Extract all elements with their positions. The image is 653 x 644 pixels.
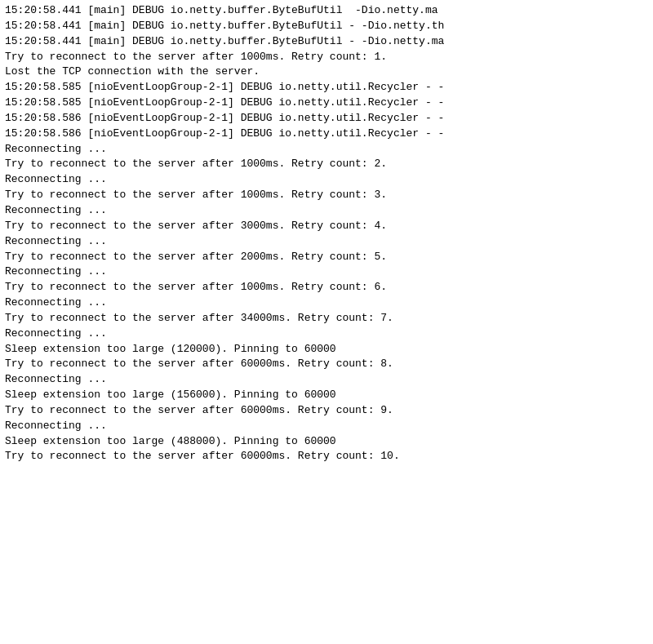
log-line: 15:20:58.441 [main] DEBUG io.netty.buffe… [5, 3, 648, 19]
log-line: Try to reconnect to the server after 100… [5, 280, 648, 295]
log-line: Sleep extension too large (156000). Pinn… [5, 388, 648, 403]
log-line: Reconnecting ... [5, 142, 648, 158]
log-line: 15:20:58.585 [nioEventLoopGroup-2-1] DEB… [5, 80, 648, 95]
log-line: Reconnecting ... [5, 234, 648, 250]
log-line: Try to reconnect to the server after 600… [5, 403, 648, 419]
log-line: 15:20:58.441 [main] DEBUG io.netty.buffe… [5, 19, 648, 34]
log-output: 15:20:58.441 [main] DEBUG io.netty.buffe… [0, 0, 653, 468]
log-line: Sleep extension too large (120000). Pinn… [5, 342, 648, 358]
log-line: Reconnecting ... [5, 203, 648, 219]
log-line: Lost the TCP connection with the server. [5, 64, 648, 80]
log-line: Reconnecting ... [5, 295, 648, 311]
log-line: 15:20:58.441 [main] DEBUG io.netty.buffe… [5, 34, 648, 50]
log-line: Try to reconnect to the server after 340… [5, 311, 648, 326]
log-line: Try to reconnect to the server after 100… [5, 157, 648, 172]
log-line: Try to reconnect to the server after 300… [5, 219, 648, 234]
log-line: 15:20:58.585 [nioEventLoopGroup-2-1] DEB… [5, 95, 648, 111]
log-line: Try to reconnect to the server after 600… [5, 357, 648, 372]
log-line: Try to reconnect to the server after 100… [5, 188, 648, 203]
log-line: Reconnecting ... [5, 419, 648, 434]
log-line: Try to reconnect to the server after 600… [5, 449, 648, 464]
log-line: 15:20:58.586 [nioEventLoopGroup-2-1] DEB… [5, 127, 648, 142]
log-line: Try to reconnect to the server after 200… [5, 250, 648, 265]
log-line: Reconnecting ... [5, 172, 648, 188]
log-line: Reconnecting ... [5, 264, 648, 280]
log-line: Reconnecting ... [5, 372, 648, 388]
log-line: 15:20:58.586 [nioEventLoopGroup-2-1] DEB… [5, 111, 648, 127]
log-line: Try to reconnect to the server after 100… [5, 50, 648, 65]
log-line: Reconnecting ... [5, 326, 648, 342]
log-line: Sleep extension too large (488000). Pinn… [5, 434, 648, 450]
